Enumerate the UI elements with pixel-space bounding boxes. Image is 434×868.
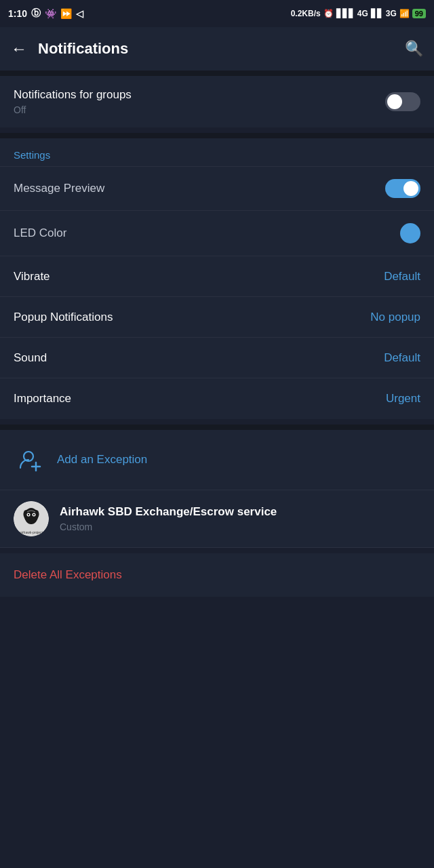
sound-row[interactable]: Sound Default bbox=[0, 338, 434, 378]
add-exception-icon bbox=[14, 443, 46, 476]
forward-icon: ⏩ bbox=[60, 8, 72, 19]
wifi-icon: 📶 bbox=[399, 9, 410, 18]
importance-row[interactable]: Importance Urgent bbox=[0, 378, 434, 419]
svg-text:airhawk-project: airhawk-project bbox=[20, 530, 43, 534]
exception-name: Airhawk SBD Exchange/Escrow service bbox=[60, 505, 420, 519]
status-right: 0.2KB/s ⏰ ▋▋▋ 4G ▋▋ 3G 📶 99 bbox=[291, 9, 426, 18]
led-color-label: LED Color bbox=[14, 226, 66, 240]
notifications-for-groups-sublabel: Off bbox=[14, 104, 132, 115]
back-button[interactable]: ← bbox=[11, 39, 27, 58]
battery-icon: 99 bbox=[412, 9, 426, 18]
status-left: 1:10 ⓑ 👾 ⏩ ◁ bbox=[8, 7, 83, 20]
notifications-for-groups-row[interactable]: Notifications for groups Off bbox=[0, 76, 434, 127]
notifications-for-groups-label: Notifications for groups bbox=[14, 88, 132, 102]
discord-icon: 👾 bbox=[45, 8, 56, 19]
exception-sub: Custom bbox=[60, 521, 420, 532]
signal2-icon: ▋▋ bbox=[371, 9, 383, 18]
led-color-row[interactable]: LED Color bbox=[0, 211, 434, 256]
row-left: Notifications for groups Off bbox=[14, 88, 132, 115]
exception-avatar: airhawk-project bbox=[14, 501, 49, 536]
search-button[interactable]: 🔍 bbox=[405, 40, 423, 58]
delete-all-exceptions-row[interactable]: Delete All Exceptions bbox=[0, 553, 434, 597]
add-exception-label: Add an Exception bbox=[57, 453, 147, 467]
popup-notifications-label: Popup Notifications bbox=[14, 311, 113, 324]
add-exception-row[interactable]: Add an Exception bbox=[0, 430, 434, 490]
sound-value: Default bbox=[384, 351, 420, 365]
message-preview-label: Message Preview bbox=[14, 182, 104, 195]
b-icon: ⓑ bbox=[31, 7, 41, 20]
speed: 0.2KB/s bbox=[291, 9, 321, 18]
alarm-icon: ⏰ bbox=[323, 9, 334, 18]
importance-value: Urgent bbox=[386, 392, 420, 406]
message-preview-toggle[interactable] bbox=[385, 179, 420, 198]
importance-label: Importance bbox=[14, 392, 71, 406]
gap-2 bbox=[0, 133, 434, 138]
vibrate-label: Vibrate bbox=[14, 270, 50, 283]
3g-label: 3G bbox=[386, 9, 397, 18]
vibrate-value: Default bbox=[384, 270, 420, 283]
settings-section: Settings Message Preview LED Color Vibra… bbox=[0, 138, 434, 419]
gap-3 bbox=[0, 425, 434, 430]
settings-header: Settings bbox=[0, 138, 434, 166]
svg-point-8 bbox=[33, 514, 35, 515]
svg-point-7 bbox=[28, 514, 29, 515]
signal-icon: ▋▋▋ bbox=[336, 9, 355, 18]
exception-item[interactable]: airhawk-project Airhawk SBD Exchange/Esc… bbox=[0, 490, 434, 548]
nav-icon: ◁ bbox=[76, 8, 83, 19]
message-preview-row[interactable]: Message Preview bbox=[0, 167, 434, 211]
exception-info: Airhawk SBD Exchange/Escrow service Cust… bbox=[60, 505, 420, 532]
led-color-circle[interactable] bbox=[400, 223, 420, 243]
top-bar: ← Notifications 🔍 bbox=[0, 27, 434, 71]
network-label: 4G bbox=[357, 9, 368, 18]
notifications-for-groups-toggle[interactable] bbox=[385, 92, 420, 111]
sound-label: Sound bbox=[14, 351, 47, 365]
notifications-for-groups-section: Notifications for groups Off bbox=[0, 76, 434, 127]
time: 1:10 bbox=[8, 8, 27, 19]
vibrate-row[interactable]: Vibrate Default bbox=[0, 256, 434, 297]
avatar-svg: airhawk-project bbox=[14, 501, 49, 536]
popup-notifications-value: No popup bbox=[370, 311, 420, 324]
toggle-thumb-2 bbox=[403, 181, 418, 196]
page-title: Notifications bbox=[38, 40, 394, 58]
delete-all-exceptions-label: Delete All Exceptions bbox=[14, 568, 122, 581]
status-bar: 1:10 ⓑ 👾 ⏩ ◁ 0.2KB/s ⏰ ▋▋▋ 4G ▋▋ 3G 📶 99 bbox=[0, 0, 434, 27]
gap-1 bbox=[0, 71, 434, 76]
avatar-inner: airhawk-project bbox=[14, 501, 49, 536]
toggle-thumb bbox=[387, 94, 402, 109]
popup-notifications-row[interactable]: Popup Notifications No popup bbox=[0, 297, 434, 338]
